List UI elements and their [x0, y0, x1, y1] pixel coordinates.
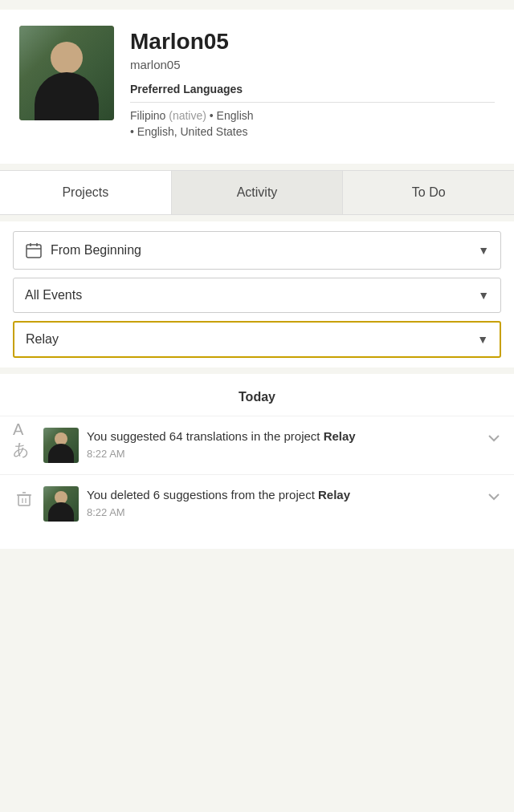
native-label: (native): [169, 109, 206, 122]
svg-rect-0: [27, 245, 41, 258]
activity-section: Today Aあ You suggested 64 translations i…: [0, 374, 514, 549]
tab-activity[interactable]: Activity: [172, 171, 344, 214]
svg-rect-4: [18, 495, 30, 505]
filters-section: From Beginning ▼ All Events ▼ Relay ▼: [0, 221, 514, 367]
event-filter-dropdown[interactable]: All Events ▼: [13, 278, 501, 313]
avatar: [19, 26, 114, 120]
project-filter-left: Relay: [26, 332, 59, 347]
activity-text-1: You suggested 64 translations in the pro…: [87, 428, 479, 445]
activity-avatar-2: [43, 486, 79, 522]
event-filter-left: All Events: [25, 288, 82, 302]
activity-expand-2[interactable]: [487, 486, 501, 508]
languages-divider: [130, 102, 495, 103]
activity-avatar-1: [43, 428, 79, 463]
trash-icon: [13, 488, 35, 510]
project-filter-chevron: ▼: [477, 333, 488, 346]
activity-date-header: Today: [0, 374, 514, 416]
date-filter-dropdown[interactable]: From Beginning ▼: [13, 231, 501, 270]
preferred-languages-label: Preferred Languages: [130, 83, 495, 95]
project-filter-dropdown[interactable]: Relay ▼: [13, 321, 501, 358]
tab-projects[interactable]: Projects: [0, 171, 172, 214]
profile-info: Marlon05 marlon05 Preferred Languages Fi…: [130, 26, 495, 141]
language-item-1: Filipino (native) • English: [130, 109, 495, 122]
tabs: Projects Activity To Do: [0, 171, 514, 214]
event-filter-chevron: ▼: [478, 289, 489, 302]
profile-username: marlon05: [130, 58, 495, 71]
activity-item-2: You deleted 6 suggestions from the proje…: [0, 474, 514, 533]
activity-item-1: Aあ You suggested 64 translations in the …: [0, 416, 514, 474]
project-filter-label: Relay: [26, 332, 59, 347]
activity-time-1: 8:22 AM: [87, 448, 479, 460]
date-filter-label: From Beginning: [51, 243, 141, 258]
tab-todo[interactable]: To Do: [343, 171, 514, 214]
date-filter-left: From Beginning: [25, 242, 141, 259]
calendar-icon: [25, 242, 43, 259]
activity-content-1: You suggested 64 translations in the pro…: [87, 428, 479, 460]
profile-section: Marlon05 marlon05 Preferred Languages Fi…: [0, 10, 514, 164]
event-filter-label: All Events: [25, 288, 82, 302]
date-filter-chevron: ▼: [478, 244, 489, 257]
top-bar: [0, 0, 514, 10]
translate-icon: Aあ: [13, 429, 35, 452]
activity-text-2: You deleted 6 suggestions from the proje…: [87, 486, 479, 503]
language-item-2: • English, United States: [130, 125, 495, 138]
activity-expand-1[interactable]: [487, 428, 501, 449]
activity-content-2: You deleted 6 suggestions from the proje…: [87, 486, 479, 518]
profile-name: Marlon05: [130, 29, 495, 55]
tabs-container: Projects Activity To Do: [0, 170, 514, 215]
activity-time-2: 8:22 AM: [87, 506, 479, 518]
